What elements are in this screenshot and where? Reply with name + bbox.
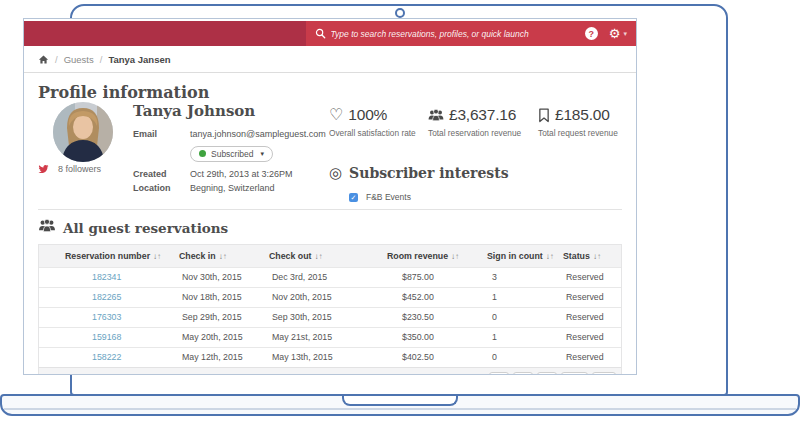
subscriber-interests-title: Subscriber interests xyxy=(349,165,509,181)
subscribed-status-dot xyxy=(199,150,206,157)
breadcrumb-current-guest: Tanya Jansen xyxy=(108,54,170,65)
column-header-sign-in-count[interactable]: Sign in count↓↑ xyxy=(482,245,558,267)
created-value: Oct 29th, 2013 at 3:26PM xyxy=(190,169,293,179)
table-row: 158222 May 12th, 2015 May 13th, 2015 $40… xyxy=(39,347,621,367)
sort-icons[interactable]: ↓↑ xyxy=(546,252,554,261)
table-row: 182265 Nov 18th, 2015 Nov 20th, 2015 $45… xyxy=(39,287,621,307)
subscription-status-label: Subscribed xyxy=(211,149,254,159)
room-revenue-cell: $230.50 xyxy=(382,307,482,327)
table-row: 159168 May 20th, 2015 May 21st, 2015 $35… xyxy=(39,327,621,347)
room-revenue-cell: $350.00 xyxy=(382,327,482,347)
profile-section-title: Profile information xyxy=(38,83,622,102)
check-out-cell: Sep 30th, 2015 xyxy=(264,307,382,327)
stat-satisfaction: ♡ 100% Overall satisfaction rate xyxy=(329,106,416,138)
table-pagination xyxy=(38,367,622,375)
check-in-cell: Sep 29th, 2015 xyxy=(174,307,264,327)
target-icon: ◎ xyxy=(329,164,342,182)
sign-in-count-cell: 0 xyxy=(482,307,558,327)
email-link[interactable]: tanya.johnson@sampleguest.com xyxy=(190,129,326,139)
subscriber-interests-header: ◎ Subscriber interests xyxy=(329,164,509,182)
location-label: Location xyxy=(133,183,190,193)
followers-count: 8 followers xyxy=(58,164,101,174)
check-out-cell: Dec 3rd, 2015 xyxy=(264,267,382,287)
sign-in-count-cell: 0 xyxy=(482,347,558,367)
table-row: 182341 Nov 30th, 2015 Dec 3rd, 2015 $875… xyxy=(39,267,621,287)
sort-icons[interactable]: ↓↑ xyxy=(451,252,459,261)
chevron-down-icon: ▾ xyxy=(261,150,265,158)
room-revenue-cell: $402.50 xyxy=(382,347,482,367)
check-in-cell: Nov 30th, 2015 xyxy=(174,267,264,287)
column-header-room-revenue[interactable]: Room revenue↓↑ xyxy=(382,245,482,267)
laptop-notch xyxy=(342,396,458,406)
stat-label: Total request revenue xyxy=(538,128,618,138)
sort-icons[interactable]: ↓↑ xyxy=(593,252,601,261)
guest-avatar xyxy=(53,102,113,162)
status-cell: Reserved xyxy=(558,307,621,327)
people-icon xyxy=(38,219,63,237)
sign-in-count-cell: 1 xyxy=(482,287,558,307)
global-search-input[interactable]: Type to search reservations, profiles, o… xyxy=(306,21,636,46)
pagination-button[interactable] xyxy=(513,372,533,375)
help-icon[interactable]: ? xyxy=(585,27,598,40)
reservation-number-link[interactable]: 182341 xyxy=(92,272,121,282)
twitter-followers: 8 followers xyxy=(38,164,101,174)
status-cell: Reserved xyxy=(558,347,621,367)
check-out-cell: Nov 20th, 2015 xyxy=(264,287,382,307)
table-header-row: Reservation number↓↑ Check in↓↑ Check ou… xyxy=(39,245,621,267)
check-in-cell: May 12th, 2015 xyxy=(174,347,264,367)
laptop-mockup: Type to search reservations, profiles, o… xyxy=(0,0,800,423)
check-out-cell: May 13th, 2015 xyxy=(264,347,382,367)
pagination-button[interactable] xyxy=(489,372,509,375)
room-revenue-cell: $452.00 xyxy=(382,287,482,307)
check-in-cell: May 20th, 2015 xyxy=(174,327,264,347)
bookmark-icon xyxy=(538,108,550,123)
sign-in-count-cell: 3 xyxy=(482,267,558,287)
reservation-number-link[interactable]: 182265 xyxy=(92,292,121,302)
stat-value: 100% xyxy=(348,106,387,124)
twitter-icon xyxy=(38,164,49,174)
check-in-cell: Nov 18th, 2015 xyxy=(174,287,264,307)
column-header-reservation-number[interactable]: Reservation number↓↑ xyxy=(39,245,174,267)
reservations-header: All guest reservations xyxy=(38,219,622,237)
subscription-dropdown[interactable]: Subscribed ▾ xyxy=(190,146,273,162)
column-header-status[interactable]: Status↓↑ xyxy=(558,245,621,267)
breadcrumb-guests-link[interactable]: Guests xyxy=(64,54,94,65)
room-revenue-cell: $875.00 xyxy=(382,267,482,287)
location-link[interactable]: Begning, Switzerland xyxy=(190,183,275,193)
heart-icon: ♡ xyxy=(329,107,343,123)
stat-value: £185.00 xyxy=(555,106,610,124)
column-header-check-out[interactable]: Check out↓↑ xyxy=(264,245,382,267)
pagination-button[interactable] xyxy=(592,372,616,375)
sort-icons[interactable]: ↓↑ xyxy=(219,252,227,261)
home-icon[interactable] xyxy=(38,54,49,65)
stat-label: Total reservation revenue xyxy=(428,128,521,138)
people-icon xyxy=(428,109,444,122)
reservation-number-link[interactable]: 176303 xyxy=(92,312,121,322)
search-icon xyxy=(315,25,326,43)
stat-value: £3,637.16 xyxy=(449,106,516,124)
section-divider xyxy=(38,209,622,210)
sign-in-count-cell: 1 xyxy=(482,327,558,347)
status-cell: Reserved xyxy=(558,327,621,347)
guest-name: Tanya Johnson xyxy=(133,102,326,120)
sort-icons[interactable]: ↓↑ xyxy=(153,252,161,261)
pagination-button[interactable] xyxy=(537,372,557,375)
reservation-number-link[interactable]: 159168 xyxy=(92,332,121,342)
interest-label: F&B Events xyxy=(366,192,411,202)
reservation-number-link[interactable]: 158222 xyxy=(92,352,121,362)
reservations-table: Reservation number↓↑ Check in↓↑ Check ou… xyxy=(38,244,622,367)
stat-label: Overall satisfaction rate xyxy=(329,128,416,138)
breadcrumb: / Guests / Tanya Jansen xyxy=(24,46,636,73)
status-cell: Reserved xyxy=(558,267,621,287)
sort-icons[interactable]: ↓↑ xyxy=(315,252,323,261)
chevron-down-icon: ▾ xyxy=(623,30,627,38)
stat-request-revenue: £185.00 Total request revenue xyxy=(538,106,618,138)
app-topbar: Type to search reservations, profiles, o… xyxy=(24,21,636,46)
column-header-check-in[interactable]: Check in↓↑ xyxy=(174,245,264,267)
gear-icon[interactable]: ⚙ xyxy=(609,27,621,40)
status-cell: Reserved xyxy=(558,287,621,307)
search-placeholder: Type to search reservations, profiles, o… xyxy=(331,29,529,39)
checkbox-checked-icon[interactable]: ✓ xyxy=(349,193,358,202)
pagination-button[interactable] xyxy=(561,372,588,375)
breadcrumb-separator: / xyxy=(55,54,58,65)
